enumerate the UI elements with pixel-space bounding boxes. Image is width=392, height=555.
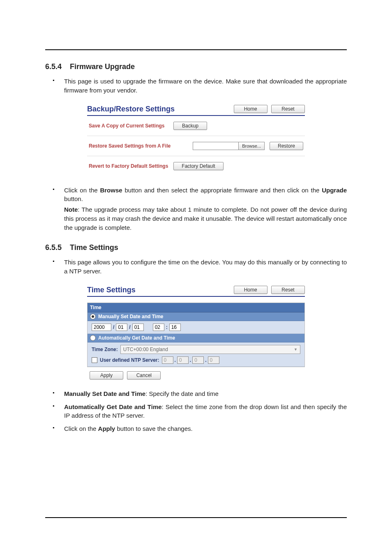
chevron-down-icon: ▼ (294, 347, 297, 352)
browse-button[interactable]: Browse... (238, 142, 264, 150)
label: Manually Set Date and Time (64, 390, 145, 397)
dot-sep: . (190, 357, 191, 363)
factory-default-button[interactable]: Factory Default (173, 162, 224, 170)
text: button and then select the appropriate f… (122, 187, 322, 194)
apply-word: Apply (98, 425, 115, 432)
auto-header[interactable]: Automatically Get Date and Time (88, 334, 304, 342)
auto-label: Automatically Get Date and Time (98, 335, 175, 341)
s1-click-instruction: Click on the Browse button and then sele… (45, 186, 347, 232)
file-input[interactable]: Browse... (193, 142, 265, 150)
revert-factory-label: Revert to Factory Default Settings (89, 163, 171, 169)
s1-intro: This page is used to upgrade the firmwar… (45, 77, 347, 95)
panel-title: Time (88, 303, 304, 312)
section-2-heading: 6.5.5 Time Settings (45, 243, 347, 252)
time-panel: Time Manually Set Date and Time / / : (87, 303, 305, 367)
text: button to save the changes. (115, 425, 192, 432)
time-settings-figure: Time Settings Home Reset Time Manually S… (87, 285, 305, 379)
home-button[interactable]: Home (234, 286, 267, 294)
text: button. (64, 195, 83, 202)
backup-restore-figure: Backup/Restore Settings Home Reset Save … (87, 104, 305, 176)
text: Click on the (64, 187, 100, 194)
save-copy-label: Save A Copy of Current Settings (89, 123, 171, 129)
s2-bullet-apply: Click on the Apply button to save the ch… (45, 424, 347, 433)
fig1-title: Backup/Restore Settings (87, 105, 175, 113)
text: Click on the (64, 425, 98, 432)
ntp-ip-4[interactable] (208, 356, 219, 364)
slash-sep: / (129, 324, 130, 330)
dot-sep: . (175, 357, 176, 363)
section-1-number: 6.5.4 (45, 62, 62, 71)
s2-bullet-auto: Automatically Get Date and Time: Select … (45, 402, 347, 421)
manual-radio[interactable] (90, 314, 96, 319)
year-input[interactable] (92, 324, 111, 331)
text: : Specify the date and time (145, 390, 219, 397)
browse-word: Browse (100, 187, 122, 194)
reset-button[interactable]: Reset (271, 105, 305, 113)
auto-radio[interactable] (90, 335, 96, 341)
note-label: Note (64, 206, 78, 213)
manual-header[interactable]: Manually Set Date and Time (88, 312, 304, 321)
ntp-ip-2[interactable] (177, 356, 189, 364)
section-2-title: Time Settings (70, 243, 118, 252)
bottom-rule (45, 517, 347, 518)
ntp-ip-3[interactable] (192, 356, 204, 364)
apply-button[interactable]: Apply (90, 371, 123, 379)
section-1-title: Firmware Upgrade (70, 62, 135, 71)
ntp-label: User defined NTP Server: (100, 357, 159, 363)
timezone-label: Time Zone: (92, 347, 118, 352)
ntp-checkbox[interactable] (92, 357, 97, 363)
fig2-title: Time Settings (87, 286, 136, 294)
backup-button[interactable]: Backup (173, 122, 207, 130)
cancel-button[interactable]: Cancel (127, 371, 161, 379)
slash-sep: / (113, 324, 114, 330)
restore-from-file-label: Restore Saved Settings from A File (89, 143, 171, 149)
minute-input[interactable] (169, 324, 181, 331)
s2-intro: This page allows you to configure the ti… (45, 258, 347, 276)
reset-button[interactable]: Reset (271, 286, 305, 294)
top-rule (45, 49, 347, 50)
day-input[interactable] (132, 324, 144, 331)
upgrade-word: Upgrade (322, 187, 347, 194)
home-button[interactable]: Home (234, 105, 267, 113)
label: Automatically Get Date and Time (64, 403, 162, 410)
timezone-value: UTC+00:00 England (123, 347, 168, 352)
manual-label: Manually Set Date and Time (98, 314, 164, 319)
dot-sep: . (205, 357, 206, 363)
section-2-number: 6.5.5 (45, 243, 62, 252)
note-body: : The upgrade process may take about 1 m… (64, 206, 347, 231)
timezone-select[interactable]: UTC+00:00 England ▼ (120, 345, 300, 354)
colon-sep: : (166, 324, 168, 330)
section-1-heading: 6.5.4 Firmware Upgrade (45, 62, 347, 71)
month-input[interactable] (116, 324, 127, 331)
hour-input[interactable] (153, 324, 164, 331)
ntp-ip-1[interactable] (162, 356, 173, 364)
restore-button[interactable]: Restore (270, 142, 303, 150)
s2-bullet-manual: Manually Set Date and Time: Specify the … (45, 389, 347, 398)
